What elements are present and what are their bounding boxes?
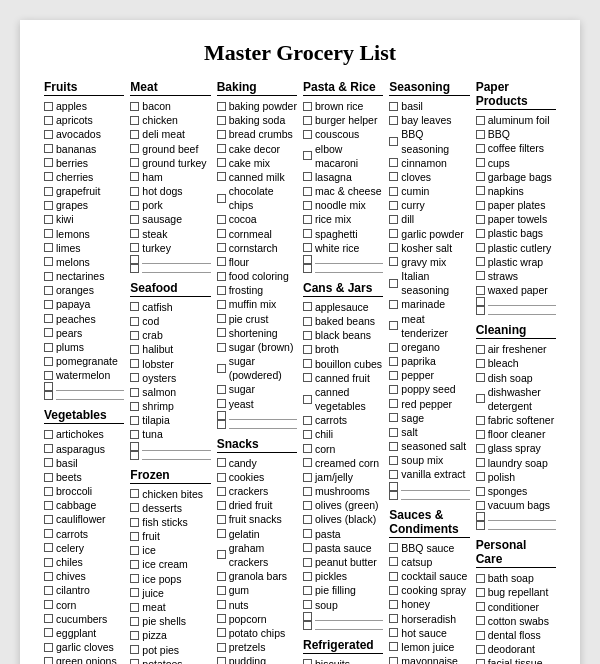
list-item[interactable]: broccoli xyxy=(44,484,124,498)
checkbox[interactable] xyxy=(303,116,312,125)
list-item[interactable]: limes xyxy=(44,241,124,255)
list-item[interactable]: laundry soap xyxy=(476,456,556,470)
checkbox[interactable] xyxy=(217,529,226,538)
list-item[interactable]: cloves xyxy=(389,170,469,184)
list-item[interactable]: grapes xyxy=(44,198,124,212)
list-item[interactable]: mac & cheese xyxy=(303,184,383,198)
checkbox[interactable] xyxy=(389,137,398,146)
checkbox[interactable] xyxy=(303,444,312,453)
checkbox[interactable] xyxy=(476,521,485,530)
list-item[interactable]: BBQ xyxy=(476,127,556,141)
list-item[interactable]: bath soap xyxy=(476,571,556,585)
checkbox[interactable] xyxy=(130,331,139,340)
list-item[interactable]: curry xyxy=(389,198,469,212)
checkbox[interactable] xyxy=(476,574,485,583)
checkbox[interactable] xyxy=(130,215,139,224)
list-item[interactable]: potato chips xyxy=(217,626,297,640)
checkbox[interactable] xyxy=(217,257,226,266)
checkbox[interactable] xyxy=(130,264,139,273)
list-item[interactable]: cornstarch xyxy=(217,241,297,255)
checkbox[interactable] xyxy=(389,614,398,623)
checkbox[interactable] xyxy=(44,215,53,224)
checkbox[interactable] xyxy=(130,302,139,311)
checkbox[interactable] xyxy=(303,558,312,567)
checkbox[interactable] xyxy=(303,543,312,552)
list-item[interactable]: deli meat xyxy=(130,127,210,141)
checkbox[interactable] xyxy=(476,444,485,453)
checkbox[interactable] xyxy=(44,272,53,281)
list-item[interactable]: white rice xyxy=(303,241,383,255)
list-item[interactable]: gum xyxy=(217,583,297,597)
list-item[interactable]: shortening xyxy=(217,326,297,340)
checkbox[interactable] xyxy=(303,458,312,467)
checkbox[interactable] xyxy=(130,130,139,139)
list-item[interactable]: ice cream xyxy=(130,557,210,571)
list-item[interactable]: chili xyxy=(303,427,383,441)
checkbox[interactable] xyxy=(303,586,312,595)
checkbox[interactable] xyxy=(303,487,312,496)
list-item[interactable]: cabbage xyxy=(44,498,124,512)
list-item[interactable]: facial tissue xyxy=(476,656,556,664)
list-item[interactable]: fabric softener xyxy=(476,413,556,427)
checkbox[interactable] xyxy=(476,394,485,403)
checkbox[interactable] xyxy=(217,657,226,664)
checkbox[interactable] xyxy=(476,602,485,611)
checkbox[interactable] xyxy=(44,473,53,482)
list-item[interactable]: dishwasher detergent xyxy=(476,385,556,413)
list-item[interactable]: sugar (powdered) xyxy=(217,354,297,382)
list-item[interactable]: meat xyxy=(130,600,210,614)
checkbox[interactable] xyxy=(303,473,312,482)
checkbox[interactable] xyxy=(303,331,312,340)
checkbox[interactable] xyxy=(44,343,53,352)
checkbox[interactable] xyxy=(389,543,398,552)
checkbox[interactable] xyxy=(217,272,226,281)
list-item[interactable]: candy xyxy=(217,456,297,470)
checkbox[interactable] xyxy=(44,130,53,139)
checkbox[interactable] xyxy=(217,411,226,420)
list-item[interactable]: applesauce xyxy=(303,300,383,314)
list-item[interactable]: biscuits xyxy=(303,657,383,664)
checkbox[interactable] xyxy=(217,458,226,467)
checkbox[interactable] xyxy=(476,215,485,224)
list-item[interactable]: mushrooms xyxy=(303,484,383,498)
blank-item[interactable] xyxy=(44,382,124,391)
list-item[interactable]: pizza xyxy=(130,628,210,642)
checkbox[interactable] xyxy=(303,102,312,111)
checkbox[interactable] xyxy=(217,314,226,323)
list-item[interactable]: pudding xyxy=(217,654,297,664)
checkbox[interactable] xyxy=(217,364,226,373)
list-item[interactable]: bananas xyxy=(44,142,124,156)
checkbox[interactable] xyxy=(476,172,485,181)
checkbox[interactable] xyxy=(217,215,226,224)
checkbox[interactable] xyxy=(389,470,398,479)
checkbox[interactable] xyxy=(130,518,139,527)
checkbox[interactable] xyxy=(389,343,398,352)
checkbox[interactable] xyxy=(476,257,485,266)
checkbox[interactable] xyxy=(476,472,485,481)
list-item[interactable]: mayonnaise xyxy=(389,654,469,664)
blank-item[interactable] xyxy=(303,255,383,264)
checkbox[interactable] xyxy=(476,373,485,382)
blank-item[interactable] xyxy=(389,491,469,500)
checkbox[interactable] xyxy=(130,489,139,498)
checkbox[interactable] xyxy=(44,430,53,439)
list-item[interactable]: waxed paper xyxy=(476,283,556,297)
checkbox[interactable] xyxy=(389,413,398,422)
checkbox[interactable] xyxy=(130,451,139,460)
checkbox[interactable] xyxy=(389,158,398,167)
checkbox[interactable] xyxy=(130,229,139,238)
checkbox[interactable] xyxy=(303,659,312,664)
list-item[interactable]: peaches xyxy=(44,312,124,326)
checkbox[interactable] xyxy=(303,264,312,273)
checkbox[interactable] xyxy=(476,645,485,654)
checkbox[interactable] xyxy=(130,102,139,111)
checkbox[interactable] xyxy=(44,391,53,400)
list-item[interactable]: Italian seasoning xyxy=(389,269,469,297)
checkbox[interactable] xyxy=(217,194,226,203)
checkbox[interactable] xyxy=(217,420,226,429)
checkbox[interactable] xyxy=(389,300,398,309)
checkbox[interactable] xyxy=(44,158,53,167)
list-item[interactable]: pie shells xyxy=(130,614,210,628)
checkbox[interactable] xyxy=(476,588,485,597)
list-item[interactable]: crab xyxy=(130,328,210,342)
